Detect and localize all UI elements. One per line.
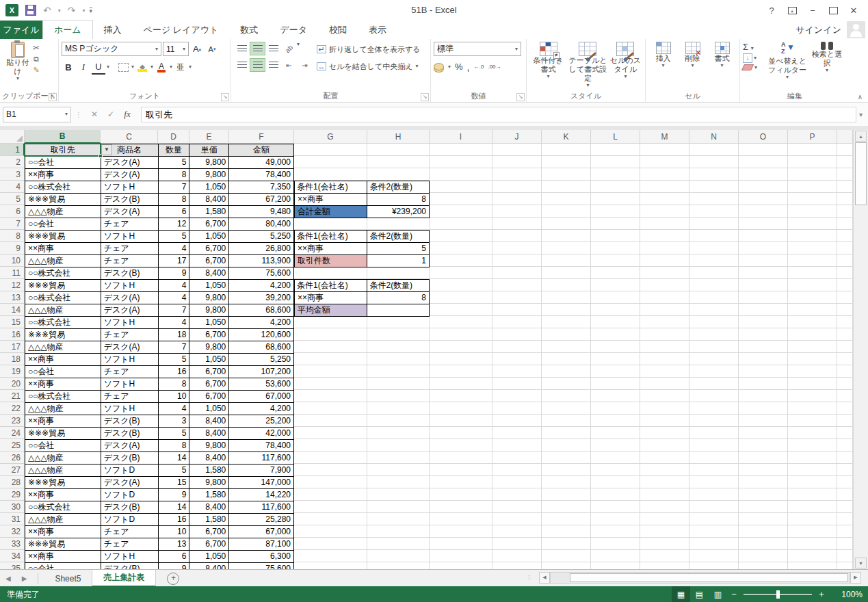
zoom-slider-track[interactable] <box>744 594 812 595</box>
cell[interactable]: 7 <box>159 181 190 194</box>
scroll-up-icon[interactable]: ▲ <box>855 131 867 142</box>
sort-filter-button[interactable]: A Z ▼ 並べ替えとフィルター ▾ <box>766 42 808 80</box>
cell[interactable]: 6,700 <box>189 378 229 391</box>
row-header-29[interactable]: 29 <box>0 488 25 501</box>
row-header-6[interactable]: 6 <box>0 205 25 218</box>
cell[interactable]: 113,900 <box>229 255 294 267</box>
undo-icon[interactable]: ↶ <box>43 5 51 15</box>
row-header-24[interactable]: 24 <box>0 427 25 439</box>
cell[interactable]: 6,700 <box>189 391 229 403</box>
row-header-5[interactable]: 5 <box>0 193 25 205</box>
bold-button[interactable]: B <box>62 60 75 74</box>
row-header-20[interactable]: 20 <box>0 378 25 390</box>
redo-icon[interactable]: ↷ <box>68 5 76 15</box>
align-center-button[interactable] <box>250 58 265 72</box>
column-header-E[interactable]: E <box>189 130 229 144</box>
cell[interactable]: 4,200 <box>229 280 294 292</box>
cell[interactable]: 1,050 <box>189 280 229 292</box>
cell[interactable]: 8 <box>159 378 190 391</box>
row-header-22[interactable]: 22 <box>0 402 25 415</box>
worksheet-grid[interactable]: BCDEFGHIJKLMNOP1234567891011121314151617… <box>0 130 853 569</box>
tab-view[interactable]: 表示 <box>358 21 397 39</box>
borders-caret-icon[interactable]: ▾ <box>131 64 134 70</box>
row-header-7[interactable]: 7 <box>0 218 25 230</box>
normal-view-icon[interactable]: ▦ <box>672 586 690 602</box>
cell[interactable]: 67,000 <box>229 526 294 538</box>
cell[interactable]: 6 <box>159 206 190 218</box>
column-header-H[interactable]: H <box>367 130 430 144</box>
cell[interactable]: 4,200 <box>229 403 294 415</box>
row-header-33[interactable]: 33 <box>0 538 25 550</box>
cell[interactable]: 67,000 <box>229 391 294 403</box>
cell[interactable]: 9,480 <box>229 206 294 218</box>
cell[interactable]: 4 <box>159 403 190 415</box>
cell[interactable]: 117,600 <box>229 452 294 464</box>
column-header-M[interactable]: M <box>640 130 689 144</box>
horizontal-scrollbar[interactable]: ⋮ ◀ ▶ <box>526 571 861 584</box>
excel-app-icon[interactable]: X <box>5 4 18 16</box>
row-header-19[interactable]: 19 <box>0 365 25 378</box>
row-header-32[interactable]: 32 <box>0 525 25 538</box>
align-bottom-button[interactable] <box>265 42 281 55</box>
cell[interactable]: 117,600 <box>229 501 294 514</box>
cell[interactable]: ○○株式会社 <box>25 391 101 403</box>
format-as-table-button[interactable]: テーブルとして書式設定 ▾ <box>567 42 609 88</box>
cell[interactable]: ソフトH <box>101 317 159 329</box>
cell[interactable]: 14 <box>159 452 190 464</box>
cell[interactable]: ソフトH <box>101 231 159 243</box>
cell[interactable]: 120,600 <box>229 329 294 341</box>
cell[interactable]: 9 <box>159 563 190 569</box>
maximize-icon[interactable] <box>823 2 843 18</box>
cell[interactable]: 5 <box>159 231 190 243</box>
cell[interactable]: 78,400 <box>229 169 294 181</box>
cell[interactable]: 1,580 <box>189 489 229 501</box>
cell[interactable]: ××商事 <box>25 378 101 391</box>
cell[interactable]: △△△物産 <box>25 403 101 415</box>
cell[interactable]: デスク(B) <box>101 194 159 206</box>
cell-styles-button[interactable]: セルのスタイル ▾ <box>609 42 642 88</box>
cell[interactable]: 147,000 <box>229 477 294 489</box>
cell[interactable]: 25,200 <box>229 415 294 428</box>
copy-icon[interactable]: ⧉ <box>33 55 40 64</box>
cell[interactable]: 1,580 <box>189 514 229 526</box>
cell[interactable]: ××商事 <box>25 551 101 563</box>
cell[interactable]: チェア <box>101 526 159 538</box>
sheet-tab-sheet5[interactable]: Sheet5 <box>44 570 92 587</box>
cell[interactable]: 87,100 <box>229 538 294 551</box>
paste-button[interactable]: 貼り付け ▾ <box>3 42 33 81</box>
redo-caret-icon[interactable]: ▾ <box>82 8 85 14</box>
zoom-out-icon[interactable]: − <box>727 589 741 599</box>
zoom-level[interactable]: 100% <box>832 590 863 599</box>
cell[interactable]: 14 <box>159 501 190 514</box>
select-all-corner[interactable] <box>0 130 25 144</box>
row-header-35[interactable]: 35 <box>0 562 25 569</box>
cell[interactable]: ※※※貿易 <box>25 194 101 206</box>
cell[interactable]: 7 <box>159 304 190 317</box>
row-header-28[interactable]: 28 <box>0 476 25 488</box>
cell[interactable]: 5 <box>159 354 190 366</box>
cell[interactable]: ○○会社 <box>25 440 101 452</box>
cell[interactable]: 8,400 <box>189 415 229 428</box>
tab-insert[interactable]: 挿入 <box>93 21 133 39</box>
cell[interactable]: ××商事 <box>25 415 101 428</box>
enter-icon[interactable]: ✓ <box>103 109 119 119</box>
criteria-header-cell[interactable]: 条件1(会社名) <box>295 280 367 292</box>
cell[interactable]: 75,600 <box>229 267 294 280</box>
cell[interactable]: ××商事 <box>295 292 367 304</box>
cell[interactable]: 1,050 <box>189 231 229 243</box>
cell[interactable]: ソフトD <box>101 489 159 501</box>
cancel-icon[interactable]: ✕ <box>86 109 103 119</box>
cell[interactable]: 5 <box>367 243 430 255</box>
cell[interactable]: 4 <box>159 292 190 304</box>
cell[interactable]: 5 <box>159 428 190 440</box>
cell[interactable]: 4 <box>159 280 190 292</box>
row-header-15[interactable]: 15 <box>0 316 25 328</box>
cell[interactable]: △△△物産 <box>25 341 101 354</box>
cell[interactable]: 9,800 <box>189 169 229 181</box>
signin-button[interactable]: サインイン <box>795 24 841 36</box>
cell[interactable]: デスク(B) <box>101 428 159 440</box>
fill-button[interactable]: ↓▾ <box>743 53 766 63</box>
font-color-caret-icon[interactable]: ▾ <box>170 64 172 70</box>
column-header-L[interactable]: L <box>591 130 640 144</box>
comma-style-button[interactable]: , <box>467 61 470 73</box>
